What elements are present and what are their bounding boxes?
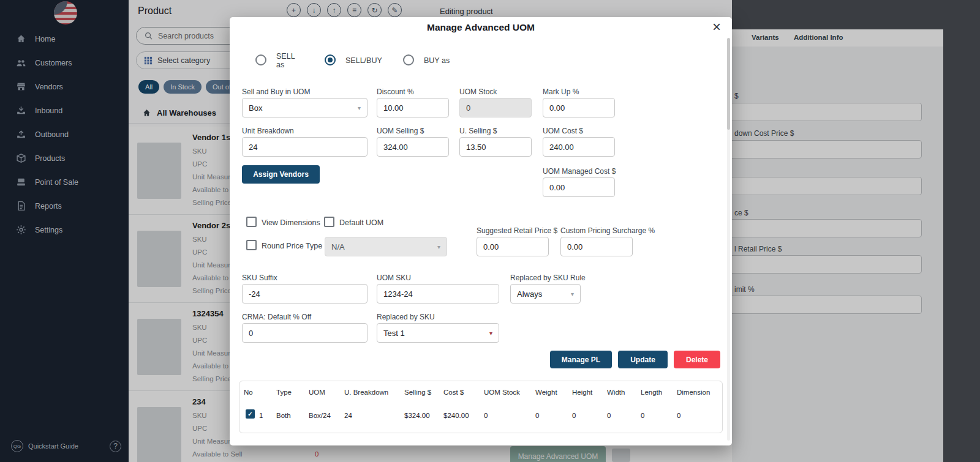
uom-managed-cost-input[interactable] (543, 177, 615, 197)
uom-selling-input[interactable] (377, 137, 449, 157)
cell-weight: 0 (535, 412, 539, 419)
replaced-by-sku-rule-label: Replaced by SKU Rule (510, 274, 586, 282)
uom-cost-input[interactable] (543, 137, 615, 157)
uom-sku-label: UOM SKU (377, 274, 411, 282)
cell-height: 0 (572, 412, 576, 419)
uom-cost-label: UOM Cost $ (543, 127, 583, 135)
crma-default-off-input[interactable] (242, 323, 368, 343)
discount-input[interactable] (377, 98, 449, 117)
manage-pl-button[interactable]: Manage PL (550, 351, 612, 368)
round-price-type-checkbox[interactable] (246, 240, 257, 250)
col-header-weight: Weight (535, 389, 557, 396)
delete-button[interactable]: Delete (674, 351, 720, 368)
cell-type: Both (276, 412, 291, 419)
close-icon[interactable]: × (712, 18, 721, 35)
col-header-selling: Selling $ (404, 389, 431, 396)
col-header-width: Width (607, 389, 625, 396)
suggested-retail-price-label: Suggested Retail Price $ (477, 226, 557, 235)
chevron-down-icon: ▾ (437, 244, 440, 250)
crma-default-off-label: CRMA: Default % Off (242, 313, 311, 321)
uom-sku-input[interactable] (377, 284, 499, 304)
uom-stock-label: UOM Stock (459, 88, 497, 96)
col-header-dimension: Dimension (677, 389, 710, 396)
u-selling-label: U. Selling $ (459, 127, 497, 135)
unit-breakdown-input[interactable] (242, 137, 368, 157)
modal-scrollbar-thumb[interactable] (727, 38, 730, 130)
col-header-type: Type (276, 389, 292, 396)
suggested-retail-price-input[interactable] (477, 237, 549, 256)
sku-suffix-label: SKU Suffix (242, 274, 277, 282)
screen: Home Customers Vendors Inbound Outbound … (0, 0, 980, 462)
assign-vendors-button[interactable]: Assign Vendors (242, 165, 320, 184)
col-header-no: No (244, 389, 253, 396)
radio-buy-as-label: BUY as (424, 56, 450, 65)
round-price-type-label: Round Price Type (262, 242, 322, 250)
replaced-by-sku-rule-select[interactable]: Always▾ (510, 284, 581, 304)
chevron-down-icon: ▾ (489, 330, 492, 337)
custom-pricing-surcharge-input[interactable] (560, 237, 633, 256)
cell-uom: Box/24 (309, 412, 331, 419)
round-price-type-select: N/A▾ (325, 237, 447, 256)
col-header-height: Height (572, 389, 592, 396)
uom-managed-cost-label: UOM Managed Cost $ (543, 167, 616, 176)
col-header-length: Length (641, 389, 662, 396)
unit-breakdown-label: Unit Breakdown (242, 127, 294, 135)
uom-selling-label: UOM Selling $ (377, 127, 424, 135)
sku-suffix-input[interactable] (242, 284, 368, 304)
view-dimensions-checkbox[interactable] (246, 217, 257, 227)
col-header-cost: Cost $ (443, 389, 464, 396)
sell-and-buy-in-uom-select[interactable]: Box▾ (242, 98, 368, 117)
cell-width: 0 (607, 412, 611, 419)
cell-uom-stock: 0 (484, 412, 488, 419)
col-header-u-breakdown: U. Breakdown (344, 389, 388, 396)
uom-table: No Type UOM U. Breakdown Selling $ Cost … (239, 381, 723, 433)
chevron-down-icon: ▾ (358, 105, 361, 111)
manage-advanced-uom-modal: Manage Advanced UOM × SELL as SELL/BUY B… (230, 17, 732, 445)
default-uom-checkbox[interactable] (324, 217, 334, 227)
col-header-uom-stock: UOM Stock (484, 389, 520, 396)
uom-stock-input (459, 98, 532, 117)
cell-length: 0 (641, 412, 644, 419)
row-select-checkbox[interactable]: ✓ (246, 409, 255, 419)
radio-sell-as[interactable] (255, 54, 266, 65)
radio-sell-as-label: SELL as (276, 52, 303, 69)
cell-selling: $324.00 (404, 412, 430, 419)
cell-cost: $240.00 (443, 412, 469, 419)
update-button[interactable]: Update (618, 351, 668, 368)
cell-u-breakdown: 24 (344, 412, 352, 419)
chevron-down-icon: ▾ (571, 291, 574, 297)
default-uom-label: Default UOM (339, 218, 383, 227)
sell-and-buy-in-uom-label: Sell and Buy in UOM (242, 88, 310, 96)
discount-label: Discount % (377, 88, 414, 96)
cell-dimension: 0 (677, 412, 680, 419)
markup-input[interactable] (543, 98, 615, 117)
radio-sell-buy-label: SELL/BUY (345, 56, 382, 65)
modal-title: Manage Advanced UOM (230, 22, 732, 33)
replaced-by-sku-label: Replaced by SKU (377, 313, 435, 321)
cell-no: 1 (259, 412, 263, 419)
radio-sell-buy[interactable] (325, 54, 336, 65)
custom-pricing-surcharge-label: Custom Pricing Surcharge % (560, 226, 655, 235)
col-header-uom: UOM (309, 389, 325, 396)
replaced-by-sku-select[interactable]: Test 1▾ (377, 323, 499, 343)
radio-buy-as[interactable] (403, 54, 414, 65)
u-selling-input[interactable] (459, 137, 532, 157)
markup-label: Mark Up % (543, 88, 579, 96)
view-dimensions-label: View Dimensions (262, 218, 320, 227)
